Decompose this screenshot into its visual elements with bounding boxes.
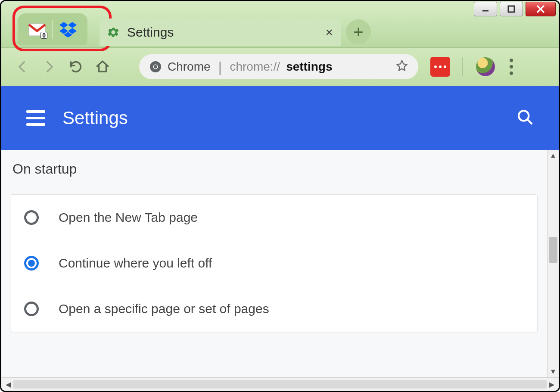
gear-icon [107,26,119,38]
scroll-thumb[interactable] [549,237,557,263]
section-title: On startup [12,161,547,177]
dropbox-icon [59,22,77,37]
settings-search-button[interactable] [516,109,534,128]
tab-close-icon[interactable]: × [325,25,333,40]
pinned-tab-dropbox[interactable] [53,19,83,41]
active-tab[interactable]: Settings × [100,19,341,46]
radio-icon [24,256,39,271]
profile-avatar[interactable] [475,56,496,77]
scroll-left-arrow-icon[interactable]: ◀ [3,380,13,389]
gmail-badge: 0 [40,32,47,39]
radio-label: Continue where you left off [59,256,212,271]
svg-point-10 [154,65,157,68]
chrome-logo-icon [149,61,162,73]
chrome-menu-button[interactable] [510,59,513,75]
window-controls [474,2,556,16]
svg-marker-4 [68,22,77,28]
new-tab-button[interactable]: + [346,19,371,44]
home-button[interactable] [95,59,110,74]
plus-icon: + [353,22,363,42]
dots-icon [434,65,446,68]
radio-icon [24,302,39,316]
radio-option-new-tab[interactable]: Open the New Tab page [11,195,537,240]
gmail-icon: 0 [28,23,46,36]
radio-option-continue[interactable]: Continue where you left off [11,240,537,286]
settings-content: On startup Open the New Tab page Continu… [1,150,559,377]
pinned-tab-gmail[interactable]: 0 [22,19,52,41]
omnibox-url-prefix: chrome:// [230,60,280,74]
radio-label: Open a specific page or set of pages [59,302,269,316]
back-button[interactable] [15,59,30,74]
maximize-button[interactable] [500,2,523,16]
settings-title: Settings [62,108,128,128]
settings-header: Settings [1,86,559,150]
scroll-down-arrow-icon[interactable]: ▼ [550,368,557,376]
reload-button[interactable] [68,59,83,74]
toolbar-separator [462,57,463,76]
svg-line-12 [528,120,532,124]
extension-lastpass-button[interactable] [430,57,450,77]
forward-button[interactable] [42,59,56,74]
scroll-right-arrow-icon[interactable]: ▶ [547,380,557,389]
close-button[interactable] [526,2,556,16]
radio-icon [24,210,39,225]
pinned-tabs-group: 0 [18,13,87,45]
tab-title: Settings [127,25,174,40]
svg-rect-1 [508,6,514,12]
startup-options-card: Open the New Tab page Continue where you… [11,194,538,332]
horizontal-scrollbar[interactable]: ◀ ▶ [1,377,559,391]
svg-marker-3 [59,22,68,28]
scroll-up-arrow-icon[interactable]: ▲ [550,152,557,159]
omnibox-url-path: settings [286,60,332,74]
minimize-button[interactable] [474,2,497,16]
vertical-scrollbar[interactable]: ▲ ▼ [547,150,559,377]
browser-toolbar: Chrome | chrome://settings [1,48,559,86]
scroll-track[interactable] [13,380,547,389]
omnibox-separator: | [218,59,222,75]
scroll-track[interactable] [548,159,559,368]
radio-label: Open the New Tab page [59,210,198,225]
radio-option-specific-pages[interactable]: Open a specific page or set of pages [11,286,537,332]
settings-menu-button[interactable] [26,110,45,126]
omnibox[interactable]: Chrome | chrome://settings [139,54,418,79]
omnibox-product: Chrome [168,60,211,74]
bookmark-star-icon[interactable] [396,59,408,75]
